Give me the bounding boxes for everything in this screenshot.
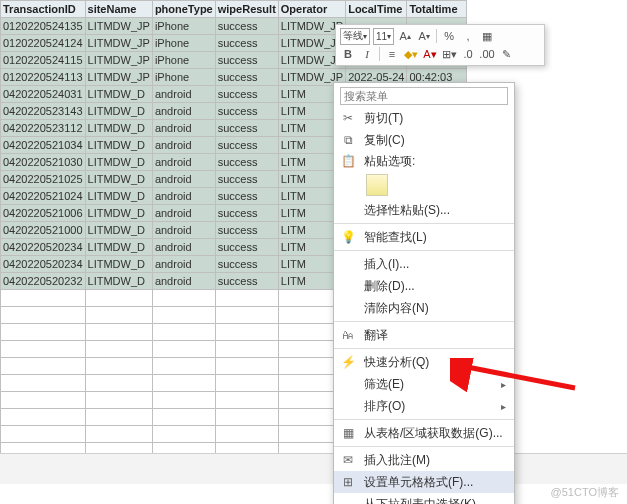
col-phonetype[interactable]: phoneType [152,1,215,18]
cell[interactable] [152,358,215,375]
cell[interactable]: android [152,86,215,103]
border-icon[interactable]: ⊞▾ [441,46,457,62]
cell[interactable]: android [152,103,215,120]
cell[interactable]: LITMDW_JP [85,18,152,35]
cell[interactable] [152,375,215,392]
comma-icon[interactable]: , [460,28,476,44]
col-sitename[interactable]: siteName [85,1,152,18]
menu-quick-analysis[interactable]: ⚡ 快速分析(Q) [334,351,514,373]
cell[interactable]: LITMDW_D [85,137,152,154]
menu-copy[interactable]: ⧉ 复制(C) [334,129,514,151]
cell[interactable]: android [152,120,215,137]
menu-format-cells[interactable]: ⊞ 设置单元格格式(F)... [334,471,514,493]
cell[interactable]: LITMDW_D [85,154,152,171]
cell[interactable]: 0420220520232 [1,273,86,290]
cell[interactable]: 0420220521025 [1,171,86,188]
fill-color-icon[interactable]: ◆▾ [403,46,419,62]
cell[interactable] [85,324,152,341]
cell[interactable] [152,409,215,426]
cell[interactable]: success [215,120,278,137]
cell[interactable] [215,307,278,324]
cell[interactable]: LITMDW_D [85,103,152,120]
menu-insert-comment[interactable]: ✉ 插入批注(M) [334,449,514,471]
cell[interactable]: LITMDW_D [85,205,152,222]
merge-icon[interactable]: ▦ [479,28,495,44]
cell[interactable] [1,290,86,307]
font-size-select[interactable]: 11 ▾ [373,28,394,45]
cell[interactable] [215,290,278,307]
menu-cut[interactable]: ✂ 剪切(T) [334,107,514,129]
cell[interactable] [1,409,86,426]
col-transactionid[interactable]: TransactionID [1,1,86,18]
cell[interactable]: 0420220521024 [1,188,86,205]
cell[interactable] [85,426,152,443]
menu-filter[interactable]: 筛选(E) ▸ [334,373,514,395]
cell[interactable]: success [215,35,278,52]
cell[interactable] [85,392,152,409]
cell[interactable] [215,392,278,409]
decrease-font-icon[interactable]: A▾ [416,28,432,44]
cell[interactable]: success [215,154,278,171]
cell[interactable]: success [215,18,278,35]
cell[interactable]: LITMDW_D [85,222,152,239]
format-painter-icon[interactable]: ✎ [498,46,514,62]
cell[interactable] [152,324,215,341]
menu-search[interactable] [340,87,508,105]
cell[interactable] [1,307,86,324]
cell[interactable] [215,324,278,341]
cell[interactable]: LITMDW_JP [85,69,152,86]
font-color-icon[interactable]: A▾ [422,46,438,62]
cell[interactable]: android [152,154,215,171]
cell[interactable] [1,426,86,443]
cell[interactable]: 0420220524031 [1,86,86,103]
cell[interactable]: iPhone [152,35,215,52]
cell[interactable] [215,375,278,392]
cell[interactable]: 0120220524115 [1,52,86,69]
cell[interactable]: success [215,273,278,290]
cell[interactable]: 0420220521030 [1,154,86,171]
cell[interactable]: 0420220523143 [1,103,86,120]
menu-get-data[interactable]: ▦ 从表格/区域获取数据(G)... [334,422,514,444]
cell[interactable] [1,375,86,392]
cell[interactable]: LITMDW_D [85,239,152,256]
cell[interactable]: android [152,205,215,222]
cell[interactable]: LITMDW_JP [85,35,152,52]
cell[interactable]: success [215,86,278,103]
cell[interactable]: LITMDW_D [85,86,152,103]
cell[interactable]: LITMDW_D [85,256,152,273]
cell[interactable] [1,358,86,375]
cell[interactable]: success [215,256,278,273]
cell[interactable]: iPhone [152,52,215,69]
cell[interactable]: success [215,103,278,120]
cell[interactable]: LITMDW_D [85,171,152,188]
cell[interactable]: 0420220520234 [1,256,86,273]
bold-button[interactable]: B [340,46,356,62]
cell[interactable]: 0420220520234 [1,239,86,256]
increase-font-icon[interactable]: A▴ [397,28,413,44]
cell[interactable] [152,426,215,443]
cell[interactable]: 0420220523112 [1,120,86,137]
cell[interactable]: success [215,188,278,205]
cell[interactable]: LITMDW_D [85,188,152,205]
cell[interactable]: LITMDW_JP [85,52,152,69]
align-icon[interactable]: ≡ [384,46,400,62]
col-localtime[interactable]: LocalTime [346,1,407,18]
cell[interactable]: success [215,69,278,86]
cell[interactable]: android [152,273,215,290]
cell[interactable]: iPhone [152,69,215,86]
font-name-select[interactable]: 等线 ▾ [340,28,370,45]
cell[interactable] [85,358,152,375]
menu-smart-lookup[interactable]: 💡 智能查找(L) [334,226,514,248]
cell[interactable]: android [152,256,215,273]
cell[interactable] [215,426,278,443]
cell[interactable]: 0120220524124 [1,35,86,52]
cell[interactable]: 0420220521000 [1,222,86,239]
cell[interactable]: success [215,205,278,222]
cell[interactable] [1,324,86,341]
cell[interactable]: success [215,222,278,239]
cell[interactable]: 0120220524113 [1,69,86,86]
cell[interactable]: iPhone [152,18,215,35]
menu-delete[interactable]: 删除(D)... [334,275,514,297]
menu-pick-from-list[interactable]: 从下拉列表中选择(K)... [334,493,514,504]
cell[interactable]: android [152,171,215,188]
